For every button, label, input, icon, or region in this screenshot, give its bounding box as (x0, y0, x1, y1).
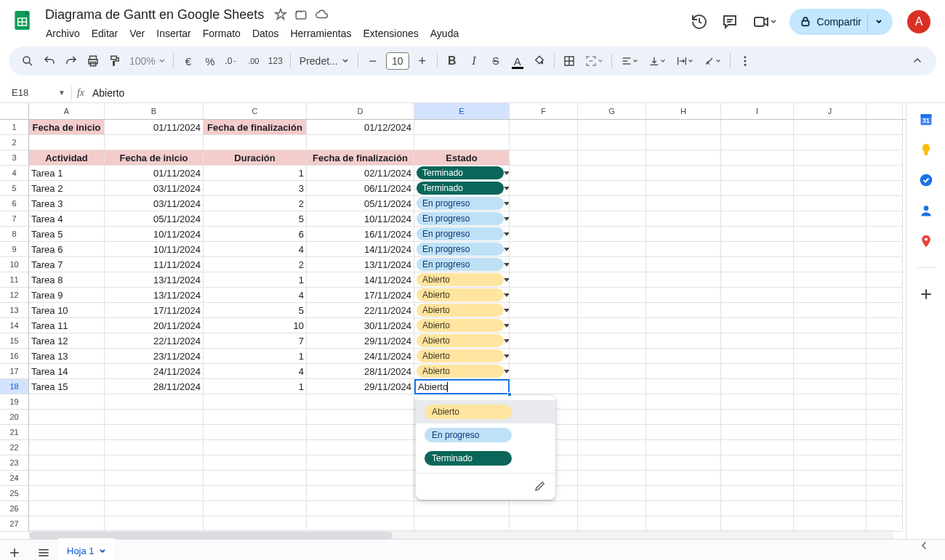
col-header-H[interactable]: H (646, 103, 721, 119)
cell[interactable] (646, 486, 721, 501)
cell-E6[interactable]: En progreso (414, 196, 510, 211)
cell-D11[interactable]: 14/11/2024 (307, 272, 414, 288)
cell-D14[interactable]: 30/11/2024 (307, 318, 414, 333)
cell[interactable] (794, 318, 866, 333)
row-header-26[interactable]: 26 (0, 501, 28, 516)
row-header-10[interactable]: 10 (0, 257, 28, 272)
cell-D16[interactable]: 24/11/2024 (307, 349, 414, 364)
sheets-logo[interactable] (9, 6, 38, 35)
cell[interactable] (794, 379, 866, 394)
row-header-1[interactable]: 1 (0, 120, 28, 135)
row-header-6[interactable]: 6 (0, 196, 28, 211)
cell[interactable] (721, 303, 794, 318)
cell-A8[interactable]: Tarea 5 (29, 227, 105, 242)
cell[interactable] (646, 516, 721, 532)
cell-C7[interactable]: 5 (204, 211, 307, 227)
cell-D6[interactable]: 05/11/2024 (307, 196, 414, 211)
cell[interactable] (794, 455, 866, 471)
col-header-F[interactable]: F (510, 103, 578, 119)
cell[interactable] (794, 242, 866, 257)
cell-E11[interactable]: Abierto (414, 272, 510, 288)
cell[interactable] (307, 486, 414, 501)
row-header-17[interactable]: 17 (0, 364, 28, 379)
col-header-G[interactable]: G (578, 103, 646, 119)
cell[interactable] (578, 425, 646, 440)
cell[interactable] (794, 471, 866, 486)
cell[interactable] (866, 501, 903, 516)
row-header-19[interactable]: 19 (0, 394, 28, 410)
cell[interactable] (794, 272, 866, 288)
cell-B9[interactable]: 10/11/2024 (105, 242, 204, 257)
cell[interactable] (510, 288, 578, 303)
cell[interactable] (307, 440, 414, 455)
cell-C1[interactable]: Fecha de finalización (204, 120, 307, 135)
star-icon[interactable] (274, 8, 287, 21)
row-header-2[interactable]: 2 (0, 135, 28, 150)
cell-B6[interactable]: 03/11/2024 (105, 196, 204, 211)
add-sheet-icon[interactable] (0, 540, 29, 560)
cell[interactable] (794, 364, 866, 379)
menu-insert[interactable]: Insertar (151, 25, 196, 42)
cell[interactable] (578, 333, 646, 349)
currency-icon[interactable]: € (178, 51, 198, 71)
active-cell-editor[interactable]: Abierto (414, 379, 510, 394)
cell[interactable] (866, 303, 903, 318)
cell[interactable] (307, 410, 414, 425)
row-header-25[interactable]: 25 (0, 486, 28, 501)
contacts-icon[interactable] (919, 203, 933, 218)
cell[interactable] (105, 486, 204, 501)
cell[interactable] (578, 394, 646, 410)
row-header-23[interactable]: 23 (0, 455, 28, 471)
cell[interactable] (578, 288, 646, 303)
cell-A12[interactable]: Tarea 9 (29, 288, 105, 303)
menu-help[interactable]: Ayuda (425, 25, 464, 42)
cell-C5[interactable]: 3 (204, 181, 307, 196)
row-header-20[interactable]: 20 (0, 410, 28, 425)
row-header-9[interactable]: 9 (0, 242, 28, 257)
cell-D7[interactable]: 10/11/2024 (307, 211, 414, 227)
text-color-icon[interactable]: A (507, 51, 528, 71)
cell[interactable] (866, 242, 903, 257)
row-header-11[interactable]: 11 (0, 272, 28, 288)
cell-C4[interactable]: 1 (204, 166, 307, 181)
cell[interactable] (866, 318, 903, 333)
cell[interactable] (105, 471, 204, 486)
cell[interactable] (307, 455, 414, 471)
cell[interactable] (578, 150, 646, 166)
cell[interactable] (646, 455, 721, 471)
cell-B8[interactable]: 10/11/2024 (105, 227, 204, 242)
cell[interactable] (794, 425, 866, 440)
cell[interactable] (578, 455, 646, 471)
row-header-4[interactable]: 4 (0, 166, 28, 181)
cell[interactable] (105, 455, 204, 471)
cell[interactable] (578, 196, 646, 211)
cell-D17[interactable]: 28/11/2024 (307, 364, 414, 379)
cell[interactable] (721, 516, 794, 532)
cell[interactable] (204, 516, 307, 532)
share-dropdown[interactable] (867, 12, 890, 31)
menu-file[interactable]: Archivo (41, 25, 85, 42)
cell[interactable] (510, 135, 578, 150)
calendar-icon[interactable]: 31 (919, 112, 933, 126)
cell-E15[interactable]: Abierto (414, 333, 510, 349)
decrease-decimal-icon[interactable]: .0← (222, 51, 242, 71)
cell[interactable] (866, 181, 903, 196)
cell[interactable] (794, 166, 866, 181)
cell[interactable] (866, 425, 903, 440)
cell[interactable] (578, 211, 646, 227)
cell[interactable] (29, 501, 105, 516)
cell[interactable] (721, 227, 794, 242)
cell-B11[interactable]: 13/11/2024 (105, 272, 204, 288)
menu-tools[interactable]: Herramientas (285, 25, 356, 42)
cell[interactable] (866, 227, 903, 242)
meet-icon[interactable] (750, 12, 779, 32)
cell[interactable] (578, 242, 646, 257)
bold-icon[interactable]: B (442, 51, 462, 71)
cell-C9[interactable]: 4 (204, 242, 307, 257)
row-header-12[interactable]: 12 (0, 288, 28, 303)
cell[interactable] (721, 257, 794, 272)
user-avatar[interactable]: A (907, 10, 930, 33)
tasks-icon[interactable] (919, 173, 933, 187)
cell-C12[interactable]: 4 (204, 288, 307, 303)
cell[interactable] (307, 394, 414, 410)
